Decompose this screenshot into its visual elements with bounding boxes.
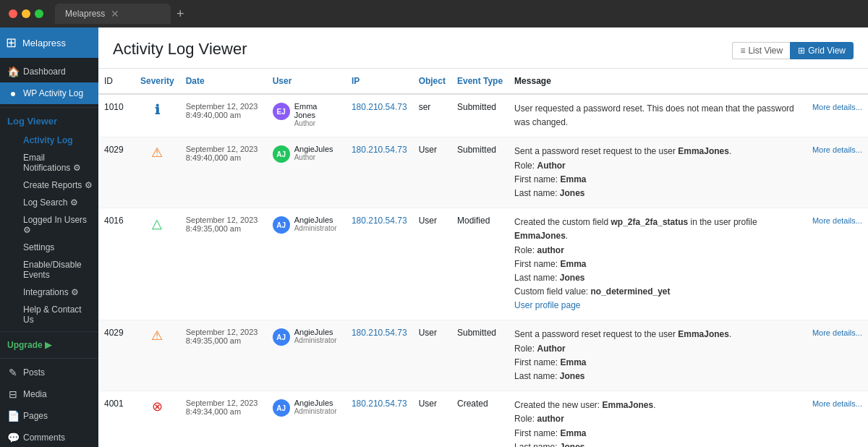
col-ip[interactable]: IP: [346, 69, 413, 94]
user-role: Author: [294, 153, 333, 161]
sidebar-item-logged-in-users[interactable]: Logged In Users ⚙: [17, 211, 98, 239]
sidebar-item-posts[interactable]: ✎ Posts: [0, 362, 98, 383]
traffic-lights: [9, 9, 43, 18]
more-details-link[interactable]: More details...: [812, 216, 862, 225]
sidebar-item-log-search[interactable]: Log Search ⚙: [17, 194, 98, 211]
col-object[interactable]: Object: [413, 69, 451, 94]
cell-ip: 180.210.54.73: [346, 94, 413, 137]
col-user[interactable]: User: [267, 69, 346, 94]
sidebar-section-upgrade: Upgrade ▶: [0, 332, 98, 359]
active-tab[interactable]: Melapress ✕: [55, 4, 171, 24]
avatar: AJ: [273, 328, 290, 346]
grid-view-button[interactable]: ⊞ Grid View: [790, 42, 854, 59]
user-role: Administrator: [294, 336, 337, 344]
new-tab-button[interactable]: +: [176, 7, 184, 22]
cell-id: 1010: [98, 94, 135, 137]
table-header-row: ID Severity Date User IP Object Event Ty…: [98, 69, 868, 94]
tab-label: Melapress: [65, 9, 105, 19]
main-content: Activity Log Viewer ≡ List View ⊞ Grid V…: [98, 27, 868, 447]
sidebar-header[interactable]: ⊞ Melapress: [0, 27, 98, 58]
media-icon: ⊟: [7, 388, 19, 400]
table-row: 4016 △ September 12, 20238:49:35,000 am …: [98, 208, 868, 320]
more-details-link[interactable]: More details...: [812, 328, 862, 337]
cell-message: Sent a password reset request to the use…: [509, 320, 807, 391]
more-details-link[interactable]: More details...: [812, 145, 862, 154]
sidebar-item-media[interactable]: ⊟ Media: [0, 383, 98, 405]
sidebar-item-label: WP Activity Log: [23, 88, 83, 98]
col-event-type[interactable]: Event Type: [451, 69, 509, 94]
log-table-container: ID Severity Date User IP Object Event Ty…: [98, 69, 868, 447]
close-button[interactable]: [9, 9, 17, 18]
sidebar-item-label: Help & Contact Us: [23, 305, 93, 325]
cell-message: Created the new user: EmmaJones.Role: au…: [509, 391, 807, 447]
more-details-link[interactable]: More details...: [812, 399, 862, 408]
grid-view-icon: ⊞: [798, 46, 805, 56]
severity-error-icon: ⊗: [152, 399, 163, 414]
ip-link[interactable]: 180.210.54.73: [352, 102, 407, 112]
cell-event-type: Submitted: [451, 94, 509, 137]
ip-link[interactable]: 180.210.54.73: [352, 328, 407, 338]
sidebar-item-log-viewer[interactable]: Activity Log: [17, 132, 98, 149]
severity-warning-icon: ⚠: [151, 145, 163, 160]
list-view-button[interactable]: ≡ List View: [732, 42, 790, 59]
col-message: Message: [509, 69, 807, 94]
sidebar-item-comments[interactable]: 💬 Comments: [0, 427, 98, 447]
cell-severity: ⚠: [135, 320, 180, 391]
sidebar-item-label: Comments: [23, 433, 65, 443]
sidebar-item-label: Pages: [23, 411, 48, 421]
grid-view-label: Grid View: [808, 46, 846, 56]
col-date[interactable]: Date: [180, 69, 267, 94]
log-table: ID Severity Date User IP Object Event Ty…: [98, 69, 868, 447]
table-row: 1010 ℹ September 12, 20238:49:40,000 am …: [98, 94, 868, 137]
user-role: Administrator: [294, 407, 337, 415]
sidebar-item-label: Enable/Disable Events: [23, 260, 93, 280]
cell-event-type: Submitted: [451, 137, 509, 208]
avatar: AJ: [273, 145, 290, 163]
sidebar: ⊞ Melapress 🏠 Dashboard ● WP Activity Lo…: [0, 27, 98, 447]
cell-object: ser: [413, 94, 451, 137]
sidebar-item-dashboard[interactable]: 🏠 Dashboard: [0, 61, 98, 82]
list-view-icon: ≡: [740, 46, 745, 56]
ip-link[interactable]: 180.210.54.73: [352, 399, 407, 409]
user-profile-link[interactable]: User profile page: [514, 300, 580, 310]
sidebar-item-enable-disable[interactable]: Enable/Disable Events: [17, 256, 98, 284]
cell-message: Created the custom field wp_2fa_2fa_stat…: [509, 208, 807, 320]
cell-object: User: [413, 208, 451, 320]
activity-log-icon: ●: [7, 88, 19, 99]
sidebar-item-email-notifications[interactable]: Email Notifications ⚙: [17, 149, 98, 176]
sidebar-item-create-reports[interactable]: Create Reports ⚙: [17, 176, 98, 194]
ip-link[interactable]: 180.210.54.73: [352, 216, 407, 226]
message-text: Created the new user: EmmaJones.Role: au…: [514, 400, 655, 447]
posts-icon: ✎: [7, 367, 19, 378]
cell-date: September 12, 20238:49:35,000 am: [180, 320, 267, 391]
cell-date: September 12, 20238:49:40,000 am: [180, 137, 267, 208]
sidebar-item-pages[interactable]: 📄 Pages: [0, 405, 98, 427]
sidebar-item-help[interactable]: Help & Contact Us: [17, 301, 98, 328]
col-id[interactable]: ID: [98, 69, 135, 94]
user-name: AngieJules: [294, 145, 333, 153]
upgrade-button[interactable]: Upgrade ▶: [0, 335, 98, 355]
col-severity[interactable]: Severity: [135, 69, 180, 94]
cell-id: 4001: [98, 391, 135, 447]
sidebar-item-wp-activity-log[interactable]: ● WP Activity Log: [0, 82, 98, 104]
site-name: Melapress: [22, 38, 66, 48]
cell-more-details: More details...: [807, 94, 868, 137]
cell-message: Sent a password reset request to the use…: [509, 137, 807, 208]
comments-icon: 💬: [7, 432, 19, 443]
message-text: Sent a password reset request to the use…: [514, 329, 731, 381]
cell-date: September 12, 20238:49:35,000 am: [180, 208, 267, 320]
tab-close-icon[interactable]: ✕: [111, 8, 119, 20]
cell-user: AJ AngieJules Author: [267, 137, 346, 208]
sidebar-item-integrations[interactable]: Integrations ⚙: [17, 284, 98, 301]
user-name: AngieJules: [294, 328, 337, 336]
sidebar-item-settings[interactable]: Settings: [17, 239, 98, 256]
cell-severity: ⊗: [135, 391, 180, 447]
ip-link[interactable]: 180.210.54.73: [352, 145, 407, 155]
cell-id: 4029: [98, 320, 135, 391]
maximize-button[interactable]: [35, 9, 43, 18]
more-details-link[interactable]: More details...: [812, 103, 862, 111]
cell-event-type: Modified: [451, 208, 509, 320]
minimize-button[interactable]: [22, 9, 30, 18]
view-toggle: ≡ List View ⊞ Grid View: [732, 42, 854, 59]
cell-severity: ⚠: [135, 137, 180, 208]
